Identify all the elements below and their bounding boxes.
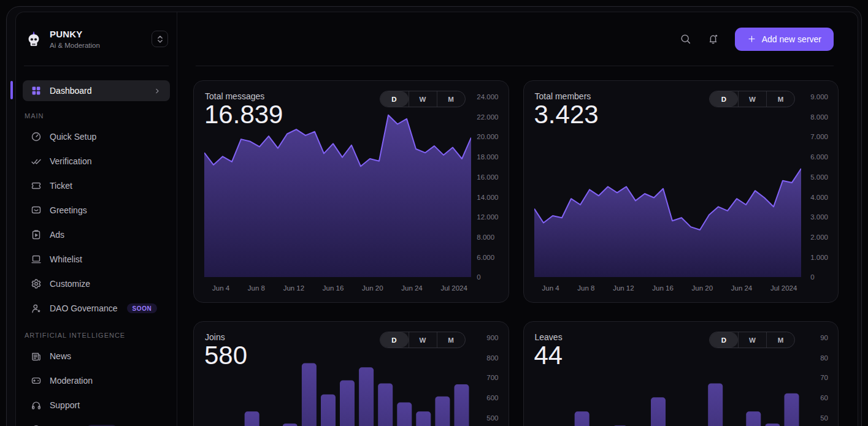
headphones-icon xyxy=(31,400,42,411)
sidebar-item-customize[interactable]: Customize xyxy=(23,272,170,296)
x-axis-label: Jun 16 xyxy=(323,284,344,292)
y-axis-label: 20.000 xyxy=(477,133,498,153)
total-messages-x-axis: Jun 4Jun 8Jun 12Jun 16Jun 20Jun 24Jul 20… xyxy=(204,284,471,292)
x-axis-label: Jun 4 xyxy=(212,284,229,292)
message-smile-icon xyxy=(31,205,42,216)
y-axis-label: 80 xyxy=(820,354,828,375)
y-axis-label: 9.000 xyxy=(810,93,828,113)
total-members-x-axis: Jun 4Jun 8Jun 12Jun 16Jun 20Jun 24Jul 20… xyxy=(534,284,801,292)
sidebar-item-dashboard[interactable]: Dashboard xyxy=(23,80,170,101)
grid-icon xyxy=(31,85,42,96)
joins-chart xyxy=(204,337,471,426)
server-meta: PUNKY Ai & Moderation xyxy=(50,29,145,49)
chevrons-up-down-icon xyxy=(155,34,166,45)
user-star-icon xyxy=(31,303,42,314)
main-area: Add new server Total messages16.839DWM24… xyxy=(178,12,858,426)
sidebar-item-verification[interactable]: Verification xyxy=(23,149,170,173)
sidebar-item-moderation[interactable]: Moderation xyxy=(23,368,170,393)
x-axis-label: Jul 2024 xyxy=(440,284,467,292)
leaves-y-axis: 9080706050 xyxy=(820,334,828,426)
y-axis-label: 4.000 xyxy=(810,194,828,214)
x-axis-label: Jun 24 xyxy=(401,284,423,292)
sidebar-item-label: Ads xyxy=(50,230,64,240)
sidebar-item-label: Customize xyxy=(50,279,90,289)
sidebar-item-support[interactable]: Support xyxy=(23,393,170,417)
x-axis-label: Jun 16 xyxy=(652,284,674,292)
sidebar-item-quick-setup[interactable]: Quick Setup xyxy=(23,124,170,149)
y-axis-label: 600 xyxy=(486,394,498,414)
y-axis-label: 2.000 xyxy=(810,234,828,254)
y-axis-label: 14.000 xyxy=(477,194,498,214)
server-selector[interactable]: PUNKY Ai & Moderation xyxy=(16,12,177,66)
sidebar-item-label: Moderation xyxy=(50,376,93,386)
y-axis-label: 12.000 xyxy=(477,213,498,234)
y-axis-label: 60 xyxy=(820,394,828,414)
y-axis-label: 8.000 xyxy=(477,234,498,254)
server-name: PUNKY xyxy=(50,29,83,39)
x-axis-label: Jun 12 xyxy=(283,284,305,292)
sidebar-item-label: Support xyxy=(50,400,80,410)
notifications-bell-icon[interactable] xyxy=(707,33,719,45)
bot-icon xyxy=(31,375,42,386)
x-axis-label: Jun 20 xyxy=(362,284,383,292)
card-leaves: Leaves44DWM9080706050 xyxy=(523,321,839,426)
chevron-right-icon xyxy=(153,86,162,96)
x-axis-label: Jul 2024 xyxy=(770,284,797,292)
y-axis-label: 24.000 xyxy=(477,93,498,113)
sidebar-nav: DashboardMAINQuick SetupVerificationTick… xyxy=(16,66,177,426)
total-messages-chart xyxy=(204,96,471,277)
sidebar-item-ticket[interactable]: Ticket xyxy=(23,173,170,198)
search-icon[interactable] xyxy=(680,33,691,45)
x-axis-label: Jun 20 xyxy=(692,284,713,292)
app-panel: PUNKY Ai & Moderation DashboardMAINQuick… xyxy=(15,12,858,426)
y-axis-label: 8.000 xyxy=(810,113,828,134)
sidebar-item-greetings[interactable]: Greetings xyxy=(23,198,170,223)
total-messages-y-axis: 24.00022.00020.00018.00016.00014.00012.0… xyxy=(477,93,498,294)
bell-glyph xyxy=(707,33,719,45)
y-axis-label: 0 xyxy=(477,273,498,294)
y-axis-label: 800 xyxy=(486,354,498,375)
total-members-y-axis: 9.0008.0007.0006.0005.0004.0003.0002.000… xyxy=(810,93,828,294)
y-axis-label: 16.000 xyxy=(477,173,498,194)
sidebar-item-label: Ticket xyxy=(50,181,72,191)
y-axis-label: 18.000 xyxy=(477,153,498,173)
ticket-icon xyxy=(31,180,42,191)
x-axis-label: Jun 4 xyxy=(542,284,559,292)
sidebar: PUNKY Ai & Moderation DashboardMAINQuick… xyxy=(16,12,177,426)
y-axis-label: 3.000 xyxy=(810,213,828,234)
sidebar-item-label: News xyxy=(50,351,71,361)
leaves-chart xyxy=(534,337,801,426)
server-switcher-button[interactable] xyxy=(152,31,168,47)
sidebar-item-ads[interactable]: Ads xyxy=(23,223,170,247)
y-axis-label: 5.000 xyxy=(810,173,828,194)
page: PUNKY Ai & Moderation DashboardMAINQuick… xyxy=(0,0,868,426)
sidebar-item-label: Dashboard xyxy=(50,86,92,96)
y-axis-label: 700 xyxy=(486,374,498,394)
add-new-server-button[interactable]: Add new server xyxy=(735,28,834,51)
x-axis-label: Jun 12 xyxy=(613,284,634,292)
sidebar-item-growth[interactable]: GrowthSOON xyxy=(23,417,170,426)
y-axis-label: 70 xyxy=(820,374,828,394)
x-axis-label: Jun 8 xyxy=(248,284,265,292)
x-axis-label: Jun 8 xyxy=(577,284,594,292)
y-axis-label: 0 xyxy=(810,273,828,294)
y-axis-label: 900 xyxy=(486,334,498,354)
skull-logo-icon xyxy=(25,30,43,48)
app-window: PUNKY Ai & Moderation DashboardMAINQuick… xyxy=(6,6,862,426)
card-joins: Joins580DWM900800700600500 xyxy=(193,321,509,426)
search-glyph xyxy=(680,33,691,45)
sidebar-item-label: Quick Setup xyxy=(50,132,96,142)
sidebar-item-dao-governance[interactable]: DAO GovernanceSOON xyxy=(23,296,170,321)
card-total-messages: Total messages16.839DWM24.00022.00020.00… xyxy=(193,80,509,303)
y-axis-label: 6.000 xyxy=(810,153,828,173)
sidebar-item-whitelist[interactable]: Whitelist xyxy=(23,247,170,272)
y-axis-label: 50 xyxy=(820,414,828,426)
add-new-server-label: Add new server xyxy=(762,34,821,44)
sidebar-item-news[interactable]: News xyxy=(23,344,170,368)
y-axis-label: 22.000 xyxy=(477,113,498,134)
sidebar-item-label: Greetings xyxy=(50,205,87,215)
laptop-icon xyxy=(31,254,42,265)
sidebar-item-label: Verification xyxy=(50,156,91,166)
plus-icon xyxy=(747,34,756,44)
x-axis-label: Jun 24 xyxy=(731,284,753,292)
